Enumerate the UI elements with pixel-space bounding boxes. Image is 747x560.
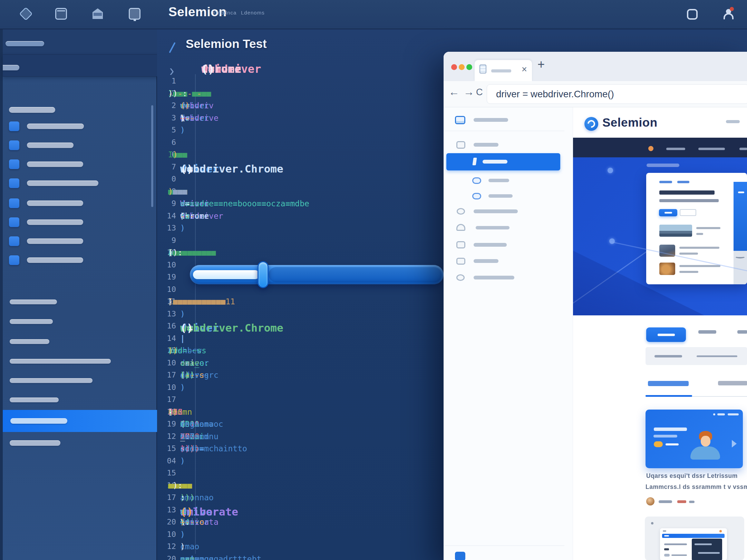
- subitem-icon[interactable]: [472, 193, 481, 199]
- new-tab-icon[interactable]: +: [537, 57, 545, 72]
- book-icon[interactable]: [129, 8, 140, 20]
- diamond-icon[interactable]: [19, 7, 32, 20]
- hero-card: [646, 173, 747, 284]
- feature-card[interactable]: [646, 410, 743, 468]
- nav-label-bar[interactable]: [474, 243, 507, 247]
- list-item-bar[interactable]: [10, 299, 57, 304]
- item-checkbox[interactable]: [9, 217, 19, 227]
- zoom-traffic-light[interactable]: [466, 64, 472, 70]
- tab-underline: [646, 395, 692, 397]
- line-number: 7: [157, 163, 176, 171]
- item-checkbox[interactable]: [9, 121, 19, 131]
- tab-inactive[interactable]: [718, 381, 747, 385]
- nav-label-bar[interactable]: [488, 179, 509, 182]
- item-label-bar[interactable]: [27, 219, 83, 225]
- list-item-bar[interactable]: [10, 440, 60, 446]
- tab-active[interactable]: [648, 381, 689, 386]
- nav-icon[interactable]: [456, 274, 465, 281]
- slider-thumb[interactable]: [258, 261, 269, 288]
- text-link-bar[interactable]: [698, 330, 716, 334]
- topbar-menu-item[interactable]: Ymbdnca: [212, 10, 236, 16]
- item-checkbox[interactable]: [9, 198, 19, 208]
- navbar-avatar[interactable]: [648, 146, 653, 151]
- item-checkbox[interactable]: [9, 140, 19, 150]
- card-input[interactable]: [680, 209, 696, 216]
- nav-label-bar[interactable]: [474, 276, 514, 279]
- list-item-bar[interactable]: [10, 397, 59, 402]
- nav-label-bar[interactable]: [474, 143, 498, 147]
- topbar-menu-item[interactable]: Ldenoms: [241, 10, 265, 16]
- nav-label-bar[interactable]: [488, 194, 513, 198]
- avatar[interactable]: [646, 497, 654, 505]
- item-checkbox[interactable]: [9, 178, 19, 188]
- section-icon[interactable]: [456, 141, 465, 149]
- line-number: 1: [157, 77, 176, 85]
- mini-text-bar: [664, 548, 669, 550]
- thumbnail[interactable]: [659, 225, 692, 237]
- forward-icon[interactable]: →: [464, 86, 474, 98]
- mini-code-bar: [698, 552, 720, 554]
- reload-icon[interactable]: C: [476, 87, 483, 98]
- list-item-bar[interactable]: [10, 319, 53, 324]
- list-item-bar[interactable]: [10, 378, 93, 383]
- frame-icon[interactable]: [687, 9, 698, 20]
- list-item-bar[interactable]: [10, 359, 111, 364]
- nav-icon[interactable]: [456, 241, 465, 248]
- line-number: 17: [157, 371, 176, 379]
- navbar-link-bar[interactable]: [666, 148, 685, 150]
- card-dot: [713, 413, 715, 415]
- header-link-bar[interactable]: [726, 120, 740, 123]
- navbar-link-bar[interactable]: [698, 148, 725, 150]
- nav-icon[interactable]: [456, 224, 465, 231]
- minimize-traffic-light[interactable]: [459, 64, 465, 70]
- tab-close-icon[interactable]: ×: [522, 64, 527, 75]
- line-number: 5: [157, 126, 176, 134]
- item-label-bar[interactable]: [27, 143, 74, 148]
- browser-tab[interactable]: ×: [475, 60, 532, 81]
- item-checkbox[interactable]: [9, 236, 19, 246]
- address-bar[interactable]: driver = webdriver.Chrome(): [487, 84, 747, 104]
- nav-icon[interactable]: [456, 258, 465, 265]
- primary-button[interactable]: [646, 327, 686, 342]
- mini-toggle[interactable]: [664, 554, 670, 557]
- item-label-bar[interactable]: [27, 180, 98, 186]
- thumbnail[interactable]: [659, 245, 675, 257]
- item-label-bar[interactable]: [27, 124, 84, 129]
- user-icon[interactable]: [723, 8, 735, 21]
- next-arrow[interactable]: [732, 440, 737, 448]
- item-label-bar[interactable]: [27, 161, 83, 167]
- divider: [692, 396, 747, 397]
- item-checkbox[interactable]: [9, 255, 19, 265]
- subitem-icon[interactable]: [472, 177, 481, 184]
- line-number: 9: [157, 199, 176, 208]
- line-number: 19: [157, 273, 176, 281]
- card-button[interactable]: [659, 209, 677, 216]
- window-icon[interactable]: [55, 8, 67, 20]
- nav-label-bar[interactable]: [474, 209, 518, 213]
- nav-label-bar[interactable]: [474, 118, 508, 122]
- overview-icon[interactable]: [455, 116, 465, 124]
- thumbnail[interactable]: [659, 263, 675, 275]
- notification-dot: [730, 7, 734, 11]
- nav-label-bar[interactable]: [474, 259, 498, 263]
- nav-label-bar[interactable]: [476, 226, 510, 229]
- item-label-bar[interactable]: [27, 257, 83, 263]
- home-icon[interactable]: [92, 8, 104, 20]
- card-link-bar[interactable]: [677, 181, 689, 183]
- list-item-bar[interactable]: [10, 339, 49, 344]
- button-label-bar: [658, 334, 675, 336]
- close-traffic-light[interactable]: [451, 64, 457, 70]
- scrollbar-thumb[interactable]: [151, 105, 153, 207]
- bottom-icon[interactable]: [455, 552, 465, 560]
- slider-track-remainder: [269, 267, 442, 282]
- item-checkbox[interactable]: [9, 159, 19, 169]
- back-icon[interactable]: ←: [449, 86, 459, 98]
- item-label-bar[interactable]: [27, 238, 83, 244]
- card-link-bar[interactable]: [659, 181, 672, 183]
- nav-icon[interactable]: [457, 208, 465, 215]
- site-brand[interactable]: Selemion: [602, 116, 658, 129]
- navbar-link-bar[interactable]: [739, 148, 747, 150]
- screenshot-root: Selemion Ymbdnca Ldenoms × ∨ Selemion Te…: [0, 0, 747, 560]
- text-link-bar[interactable]: [737, 330, 747, 334]
- item-label-bar[interactable]: [27, 200, 83, 206]
